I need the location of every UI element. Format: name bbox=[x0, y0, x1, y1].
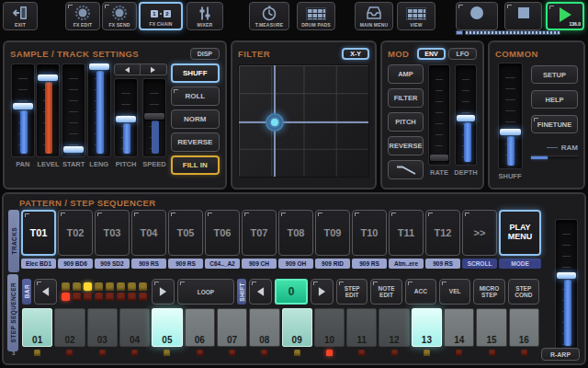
mod-amp-button[interactable]: AMP bbox=[388, 64, 424, 84]
track-button-t08[interactable]: T08 bbox=[278, 210, 313, 256]
finetune-button[interactable]: FINETUNE bbox=[531, 115, 578, 133]
tracks-tab[interactable]: TRACKS bbox=[8, 210, 19, 272]
xy-mode-button[interactable]: X-Y bbox=[342, 48, 369, 60]
step-pad-10[interactable]: 10 bbox=[314, 308, 345, 347]
prev-sample-button[interactable] bbox=[115, 64, 141, 75]
main-menu-button[interactable]: MAIN MENU bbox=[355, 2, 393, 30]
help-button[interactable]: HELP bbox=[531, 90, 578, 109]
mixer-button[interactable]: MIXER bbox=[187, 2, 223, 30]
fx-chain-button[interactable]: 1 2 FX CHAIN bbox=[139, 2, 183, 30]
normalize-button[interactable]: NORM bbox=[171, 109, 220, 129]
vel-button[interactable]: VEL bbox=[439, 279, 470, 305]
step-pad-01[interactable]: 01 bbox=[22, 308, 52, 347]
step-pad-13[interactable]: 13 bbox=[412, 308, 442, 347]
shift-right-button[interactable] bbox=[311, 279, 334, 305]
track-sample-chip[interactable]: 909 RS bbox=[352, 259, 387, 269]
step-pad-12[interactable]: 12 bbox=[379, 308, 409, 347]
track-button-t07[interactable]: T07 bbox=[242, 210, 277, 256]
env-tab[interactable]: ENV bbox=[417, 48, 446, 60]
track-button-t12[interactable]: T12 bbox=[425, 210, 460, 256]
track-button-t01[interactable]: T01 bbox=[21, 210, 56, 256]
mod-rate-slider[interactable]: RATE bbox=[428, 64, 450, 179]
track-button-t10[interactable]: T10 bbox=[352, 210, 387, 256]
pan-slider[interactable]: PAN bbox=[10, 63, 36, 175]
track-button-t06[interactable]: T06 bbox=[205, 210, 240, 256]
filter-xy-pad[interactable] bbox=[238, 64, 369, 178]
speed-slider[interactable]: SPEED bbox=[141, 78, 169, 168]
step-pad-03[interactable]: 03 bbox=[87, 308, 118, 347]
play-menu-button[interactable]: PLAY MENU bbox=[499, 210, 541, 256]
shift-tab[interactable]: SHIFT bbox=[237, 279, 246, 305]
micro-step-button[interactable]: MICRO STEP bbox=[473, 279, 504, 305]
setup-button[interactable]: SETUP bbox=[531, 65, 578, 84]
track-sample-chip[interactable]: 909 SD2 bbox=[95, 259, 130, 269]
mod-envelope-shape-button[interactable] bbox=[388, 160, 424, 179]
loop-button[interactable]: LOOP bbox=[177, 279, 234, 305]
mod-depth-slider[interactable]: DEPTH bbox=[455, 64, 477, 179]
step-pad-06[interactable]: 06 bbox=[185, 308, 215, 347]
shuffle-button[interactable]: SHUFF bbox=[171, 63, 220, 83]
sequencer-level-slider[interactable] bbox=[555, 219, 578, 350]
track-button-t11[interactable]: T11 bbox=[389, 210, 424, 256]
track-sample-chip[interactable]: 909 RS bbox=[131, 259, 166, 269]
step-pad-05[interactable]: 05 bbox=[152, 308, 182, 347]
shuffle-slider[interactable]: SHUFF bbox=[495, 63, 525, 180]
disp-button[interactable]: DISP bbox=[190, 48, 220, 60]
scroll-chip[interactable]: SCROLL bbox=[462, 259, 497, 269]
mode-chip[interactable]: MODE bbox=[499, 259, 541, 269]
track-button-t02[interactable]: T02 bbox=[58, 210, 93, 256]
r-arp-button[interactable]: R-ARP bbox=[541, 348, 580, 361]
track-sample-chip[interactable]: 909 CH bbox=[242, 259, 277, 269]
track-sample-chip[interactable]: 909 BD6 bbox=[58, 259, 93, 269]
time-measure-button[interactable]: T.MEASURE bbox=[249, 2, 289, 30]
track-button-t03[interactable]: T03 bbox=[95, 210, 130, 256]
track-sample-chip[interactable]: 909 RID bbox=[315, 259, 350, 269]
roll-button[interactable]: ROLL bbox=[171, 86, 220, 106]
step-pad-04[interactable]: 04 bbox=[119, 308, 150, 347]
record-button[interactable] bbox=[456, 2, 498, 30]
track-sample-chip[interactable]: Elec BD1 bbox=[21, 259, 56, 269]
mod-filter-button[interactable]: FILTER bbox=[388, 88, 424, 108]
track-sample-chip[interactable]: 909 OH bbox=[278, 259, 313, 269]
step-pad-02[interactable]: 02 bbox=[54, 308, 85, 347]
step-pad-07[interactable]: 07 bbox=[217, 308, 247, 347]
step-pad-15[interactable]: 15 bbox=[476, 308, 506, 347]
bar-prev-button[interactable] bbox=[34, 279, 57, 305]
lfo-tab[interactable]: LFO bbox=[448, 48, 477, 60]
fx-send-button[interactable]: FX SEND bbox=[102, 2, 137, 30]
pitch-slider[interactable]: PITCH bbox=[112, 78, 141, 168]
step-pad-14[interactable]: 14 bbox=[444, 308, 474, 347]
track-sample-chip[interactable]: 909 RS bbox=[168, 259, 203, 269]
tracks-more-button[interactable]: >> bbox=[462, 210, 497, 256]
view-button[interactable]: VIEW bbox=[397, 2, 435, 30]
step-cond-button[interactable]: STEP COND bbox=[508, 279, 539, 305]
play-button[interactable]: 136.0 bbox=[546, 2, 584, 30]
bar-tab[interactable]: BAR bbox=[22, 279, 31, 305]
length-slider[interactable]: LENG bbox=[86, 63, 112, 175]
note-edit-button[interactable]: NOTE EDIT bbox=[370, 279, 401, 305]
step-pad-09[interactable]: 09 bbox=[282, 308, 312, 347]
xy-cursor-dot[interactable] bbox=[266, 113, 284, 132]
acc-button[interactable]: ACC bbox=[405, 279, 436, 305]
fill-in-button[interactable]: FILL IN bbox=[171, 155, 220, 175]
track-button-t04[interactable]: T04 bbox=[131, 210, 166, 256]
step-pad-08[interactable]: 08 bbox=[249, 308, 279, 347]
fx-edit-button[interactable]: FX EDIT bbox=[65, 2, 100, 30]
start-slider[interactable]: START bbox=[61, 63, 86, 175]
track-button-t09[interactable]: T09 bbox=[315, 210, 350, 256]
step-pad-11[interactable]: 11 bbox=[346, 308, 377, 347]
shift-left-button[interactable] bbox=[249, 279, 272, 305]
track-sample-chip[interactable]: Atm..ere bbox=[389, 259, 424, 269]
stop-button[interactable] bbox=[504, 2, 542, 30]
reverse-button[interactable]: REVERSE bbox=[171, 132, 220, 152]
drum-pads-button[interactable]: DRUM PADS bbox=[297, 2, 335, 30]
step-sequencer-tab[interactable]: STEP SEQUENCER bbox=[7, 274, 18, 351]
step-pad-16[interactable]: 16 bbox=[509, 308, 539, 347]
step-edit-button[interactable]: STEP EDIT bbox=[336, 279, 368, 305]
track-button-t05[interactable]: T05 bbox=[168, 210, 203, 256]
bar-next-button[interactable] bbox=[152, 279, 175, 305]
mod-pitch-button[interactable]: PITCH bbox=[388, 112, 424, 132]
track-sample-chip[interactable]: 909 RS bbox=[425, 259, 460, 269]
track-sample-chip[interactable]: C64.._A2 bbox=[205, 259, 240, 269]
exit-button[interactable]: EXIT bbox=[3, 2, 38, 30]
